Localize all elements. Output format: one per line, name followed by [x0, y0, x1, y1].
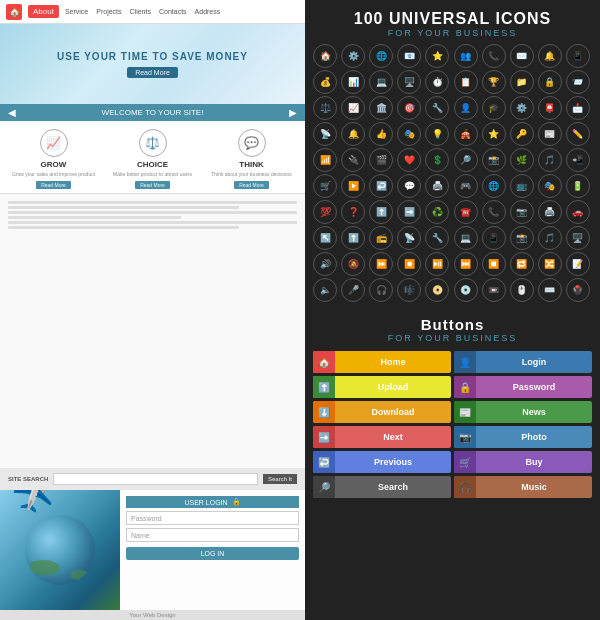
- login-form: USER LOGIN 🔒 Password Name LOG IN: [120, 490, 305, 610]
- icon-cell: ✉️: [510, 44, 534, 68]
- icon-cell: 🔀: [538, 252, 562, 276]
- icon-cell: 📋: [454, 70, 478, 94]
- button-row[interactable]: ⬆️Upload: [313, 376, 451, 398]
- read-more-choice[interactable]: Read More: [135, 181, 170, 189]
- icon-cell: 📻: [369, 226, 393, 250]
- feature-choice: ⚖️ CHOICE Make better product to attract…: [110, 129, 195, 189]
- icon-cell: ⏺️: [397, 252, 421, 276]
- icon-cell: 🎬: [369, 148, 393, 172]
- icon-cell: 📀: [425, 278, 449, 302]
- feature-desc: Think about your business decisions: [211, 171, 292, 178]
- icon-cell: 🔁: [510, 252, 534, 276]
- button-icon: 📷: [454, 426, 476, 448]
- icon-grid: 🏠⚙️🌐📧⭐👥📞✉️🔔📱💰📊💻🖥️⏱️📋🏆📁🔒📨⚖️📈🏛️🎯🔧👤🎓⚙️📮📩📡🔔👍…: [313, 44, 592, 302]
- icon-cell: 🎯: [397, 96, 421, 120]
- read-more-button[interactable]: Read More: [127, 67, 178, 78]
- bottom-section: ✈️ USER LOGIN 🔒 Password Name LOG IN: [0, 490, 305, 610]
- button-icon: ⬇️: [313, 401, 335, 423]
- icon-cell: ⌨️: [538, 278, 562, 302]
- content-line: [8, 211, 297, 214]
- feature-grow: 📈 GROW Grow your sales and improve produ…: [11, 129, 96, 189]
- globe-icon: [25, 515, 95, 585]
- button-icon: 🔒: [454, 376, 476, 398]
- icon-cell: ⭐: [425, 44, 449, 68]
- icon-cell: ⚙️: [510, 96, 534, 120]
- icon-cell: 🌿: [510, 148, 534, 172]
- icon-cell: 🔔: [538, 44, 562, 68]
- button-label: Search: [335, 482, 451, 492]
- content-line: [8, 216, 181, 219]
- icon-cell: ↩️: [369, 174, 393, 198]
- button-row[interactable]: 🎧Music: [454, 476, 592, 498]
- button-row[interactable]: ↩️Previous: [313, 451, 451, 473]
- icon-cell: 💯: [313, 200, 337, 224]
- button-label: Photo: [476, 432, 592, 442]
- icon-cell: 👥: [454, 44, 478, 68]
- site-search: SITE SEARCH Search It: [0, 468, 305, 490]
- search-button[interactable]: Search It: [263, 474, 297, 484]
- icon-cell: 🎮: [454, 174, 478, 198]
- password-field[interactable]: Password: [126, 511, 299, 525]
- icon-cell: 🖲️: [566, 278, 590, 302]
- icon-cell: 🔌: [341, 148, 365, 172]
- icon-cell: 📁: [510, 70, 534, 94]
- nav-link: Projects: [96, 8, 121, 15]
- icon-cell: 🎓: [482, 96, 506, 120]
- nav-bar: 🏠 About Service Projects Clients Contact…: [0, 0, 305, 24]
- next-arrow[interactable]: ▶: [289, 107, 297, 118]
- icon-cell: 🔒: [538, 70, 562, 94]
- button-row[interactable]: 📷Photo: [454, 426, 592, 448]
- button-row[interactable]: 🏠Home: [313, 351, 451, 373]
- login-button[interactable]: LOG IN: [126, 547, 299, 560]
- welcome-bar: ◀ WELCOME TO YOUR SITE! ▶: [0, 104, 305, 121]
- icon-cell: ⏭️: [454, 252, 478, 276]
- icon-cell: ⏩: [369, 252, 393, 276]
- icon-cell: 📧: [397, 44, 421, 68]
- button-label: Download: [335, 407, 451, 417]
- nav-link: Service: [65, 8, 88, 15]
- icon-cell: ⏯️: [425, 252, 449, 276]
- icon-cell: 🌐: [482, 174, 506, 198]
- icon-cell: 🎭: [397, 122, 421, 146]
- search-input[interactable]: [53, 473, 258, 485]
- button-row[interactable]: 🔎Search: [313, 476, 451, 498]
- name-field[interactable]: Name: [126, 528, 299, 542]
- feature-think: 💬 THINK Think about your business decisi…: [209, 129, 294, 189]
- icon-cell: 🖥️: [566, 226, 590, 250]
- icon-cell: 📮: [538, 96, 562, 120]
- read-more-grow[interactable]: Read More: [36, 181, 71, 189]
- button-label: Login: [476, 357, 592, 367]
- icon-cell: 🔧: [425, 226, 449, 250]
- read-more-think[interactable]: Read More: [234, 181, 269, 189]
- prev-arrow[interactable]: ◀: [8, 107, 16, 118]
- icon-cell: 📺: [510, 174, 534, 198]
- content-line: [8, 206, 239, 209]
- icon-cell: 🔋: [566, 174, 590, 198]
- feature-title: CHOICE: [137, 160, 168, 169]
- button-row[interactable]: ➡️Next: [313, 426, 451, 448]
- icon-cell: ❤️: [397, 148, 421, 172]
- icon-cell: 📱: [482, 226, 506, 250]
- icon-cell: 🎤: [341, 278, 365, 302]
- icon-cell: 👤: [454, 96, 478, 120]
- icons-subtitle: FOR YOUR BUSINESS: [313, 28, 592, 38]
- button-label: Password: [476, 382, 592, 392]
- button-row[interactable]: 👤Login: [454, 351, 592, 373]
- icon-cell: ❓: [341, 200, 365, 224]
- icon-cell: 📰: [538, 122, 562, 146]
- button-icon: ➡️: [313, 426, 335, 448]
- icon-cell: 🔑: [510, 122, 534, 146]
- button-row[interactable]: 📰News: [454, 401, 592, 423]
- icon-cell: 🖨️: [538, 200, 562, 224]
- icon-cell: 🏆: [482, 70, 506, 94]
- icon-cell: 🔔: [341, 122, 365, 146]
- feature-title: THINK: [239, 160, 263, 169]
- button-label: Buy: [476, 457, 592, 467]
- button-row[interactable]: 🛒Buy: [454, 451, 592, 473]
- icon-cell: 📶: [313, 148, 337, 172]
- icon-cell: 📸: [510, 226, 534, 250]
- icon-cell: 🎪: [454, 122, 478, 146]
- button-row[interactable]: 🔒Password: [454, 376, 592, 398]
- button-row[interactable]: ⬇️Download: [313, 401, 451, 423]
- button-icon: 🔎: [313, 476, 335, 498]
